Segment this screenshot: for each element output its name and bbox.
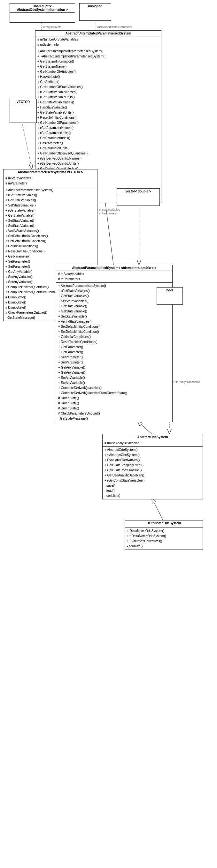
- abstract-parameterised-std-vector-box: AbstractParameterisedSystem< std::vector…: [56, 265, 172, 422]
- aos-fields: # mUseAnalyticJacobian: [103, 440, 202, 447]
- apsv-methods: + AbstractParameterisedSystem() + rGetSt…: [56, 283, 172, 422]
- shared-ptr-title: shared_ptr< AbstractOdeSystemInformation…: [10, 3, 75, 13]
- bool-section: [157, 293, 183, 303]
- vector-section: [10, 105, 36, 119]
- abstract-ode-system-box: AbstractOdeSystem # mUseAnalyticJacobian…: [102, 434, 203, 499]
- bool-title: bool: [157, 287, 183, 293]
- dn-title: DeltaNotchOdeSystem: [125, 521, 202, 526]
- apsv-title: AbstractParameterisedSystem< std::vector…: [56, 265, 172, 271]
- vector-box: VECTOR: [9, 99, 37, 123]
- shared-ptr-box: shared_ptr< AbstractOdeSystemInformation…: [9, 3, 75, 23]
- vd-title: vector< double >: [117, 189, 160, 194]
- apv-fields: # mStateVariables # mParameters: [3, 175, 97, 187]
- unsigned-title: unsigned: [80, 3, 111, 9]
- svg-text:mUseAnalyticJacobian: mUseAnalyticJacobian: [171, 380, 200, 383]
- svg-line-18: [152, 498, 163, 520]
- delta-notch-box: DeltaNotchOdeSystem + DeltaNotchOdeSyste…: [125, 520, 203, 550]
- apsv-fields: # mStateVariables # mParameters: [56, 271, 172, 283]
- svg-text:mNumberOfStateVariables: mNumberOfStateVariables: [98, 26, 132, 29]
- vector-title: VECTOR: [10, 99, 36, 105]
- abstract-untemplated-title: AbstractUntemplatedParameterisedSystem: [35, 31, 161, 36]
- unsigned-section: [80, 9, 111, 19]
- apv-title: AbstractParameterisedSystem< VECTOR >: [3, 169, 97, 175]
- diagram-container: mpSystemInfo mNumberOfStateVariables mSt…: [0, 0, 217, 868]
- svg-line-9: [22, 124, 32, 169]
- svg-text:mStateVariables: mStateVariables: [99, 208, 120, 211]
- dn-methods: + DeltaNotchOdeSystem() + ~DeltaNotchOde…: [125, 528, 202, 550]
- svg-text:mpSystemInfo: mpSystemInfo: [43, 26, 62, 29]
- vd-section: [117, 194, 160, 204]
- bool-box: bool: [157, 287, 183, 305]
- field-msysteminfo: # mSystemInfo: [37, 42, 159, 47]
- aos-methods: + AbstractOdeSystem() + ~AbstractOdeSyst…: [103, 447, 202, 499]
- svg-line-17: [137, 421, 152, 434]
- vector-double-box: vector< double >: [117, 188, 160, 206]
- field-mnumber: # mNumberOfStateVariables: [37, 37, 159, 42]
- aos-title: AbstractOdeSystem: [103, 434, 202, 440]
- unsigned-box: unsigned: [79, 3, 111, 21]
- shared-ptr-section: [10, 13, 75, 22]
- abstract-untemplated-fields: # mNumberOfStateVariables # mSystemInfo: [35, 36, 161, 48]
- svg-text:mParameters: mParameters: [99, 212, 117, 215]
